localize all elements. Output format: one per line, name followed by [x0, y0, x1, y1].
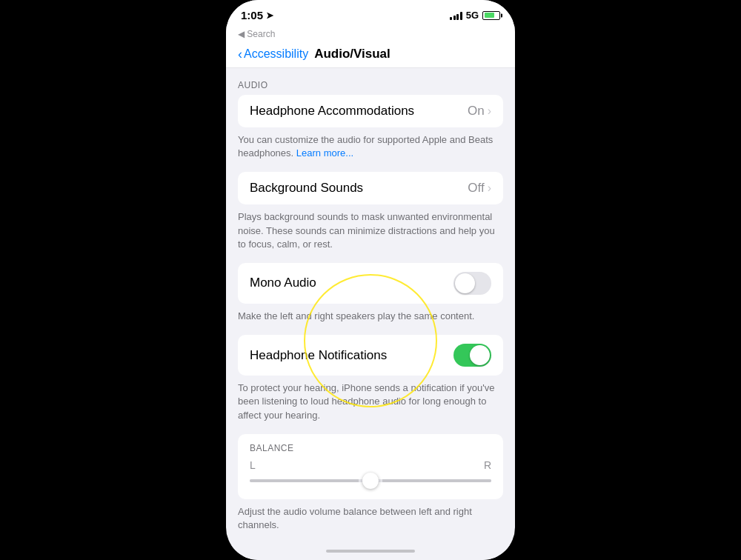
signal-bars [450, 11, 462, 20]
home-indicator [226, 545, 515, 560]
headphone-accommodations-chevron: › [488, 104, 491, 118]
headphone-desc-text: You can customize the audio for supporte… [238, 134, 493, 159]
background-desc-text: Plays background sounds to mask unwanted… [238, 211, 495, 249]
headphone-notifications-card: Headphone Notifications [238, 335, 503, 376]
time-display: 1:05 [241, 9, 263, 21]
balance-slider[interactable] [250, 474, 491, 490]
background-sounds-row[interactable]: Background Sounds Off › [238, 172, 503, 204]
battery-container [482, 11, 500, 20]
mono-audio-label: Mono Audio [250, 276, 453, 290]
status-bar: 1:05 ➤ 5G [226, 0, 515, 27]
battery-fill [485, 13, 494, 18]
status-time: 1:05 ➤ [241, 9, 273, 21]
headphone-notif-desc-text: To protect your hearing, iPhone sends a … [238, 382, 494, 420]
headphone-accommodations-desc: You can customize the audio for supporte… [226, 127, 515, 172]
balance-left-label: L [250, 459, 256, 471]
background-sounds-value: Off [468, 181, 484, 196]
headphone-notifications-row[interactable]: Headphone Notifications [238, 335, 503, 376]
headphone-accommodations-value: On [468, 104, 485, 119]
search-hint-text: ◀ Search [238, 29, 275, 39]
mono-audio-toggle-thumb [455, 273, 475, 293]
back-chevron-icon: ‹ [238, 47, 242, 61]
mono-audio-desc: Make the left and right speakers play th… [226, 304, 515, 335]
balance-section: BALANCE L R [238, 434, 503, 499]
signal-bar-1 [450, 17, 452, 20]
audio-card: Headphone Accommodations On › [238, 95, 503, 127]
signal-bar-2 [453, 16, 456, 20]
content-scroll[interactable]: AUDIO Headphone Accommodations On › You … [226, 68, 515, 545]
signal-bar-4 [460, 12, 462, 20]
background-sounds-label: Background Sounds [250, 181, 468, 196]
balance-side-labels: L R [250, 459, 491, 471]
phone-frame: 1:05 ➤ 5G ◀ Search ‹ Accessibility [226, 0, 515, 560]
battery-icon [482, 11, 500, 20]
balance-thumb [362, 473, 379, 489]
network-type: 5G [466, 10, 479, 21]
balance-fill-left [250, 479, 359, 482]
headphone-notifications-toggle-thumb [470, 345, 490, 365]
balance-card: BALANCE L R [238, 434, 503, 499]
nav-bar: ‹ Accessibility Audio/Visual [226, 44, 515, 68]
background-sounds-desc: Plays background sounds to mask unwanted… [226, 204, 515, 263]
home-bar [326, 550, 415, 553]
audio-section-label: AUDIO [226, 80, 515, 95]
balance-label: BALANCE [250, 443, 491, 453]
status-icons: 5G [450, 10, 500, 21]
background-sounds-chevron: › [488, 181, 491, 195]
mono-desc-text: Make the left and right speakers play th… [238, 310, 474, 321]
back-button[interactable]: ‹ Accessibility [238, 47, 308, 61]
signal-bar-3 [456, 14, 459, 20]
balance-desc: Adjust the audio volume balance between … [226, 499, 515, 544]
location-icon: ➤ [266, 10, 273, 21]
balance-desc-text: Adjust the audio volume balance between … [238, 506, 472, 530]
headphone-notifications-label: Headphone Notifications [250, 348, 453, 363]
headphone-accommodations-label: Headphone Accommodations [250, 104, 468, 119]
search-hint[interactable]: ◀ Search [226, 27, 515, 44]
back-label: Accessibility [244, 47, 308, 61]
headphone-notifications-desc: To protect your hearing, iPhone sends a … [226, 376, 515, 434]
balance-right-label: R [484, 459, 491, 471]
background-sounds-card: Background Sounds Off › [238, 172, 503, 204]
mono-audio-row[interactable]: Mono Audio [238, 263, 503, 304]
mono-audio-toggle[interactable] [453, 272, 491, 295]
headphone-notifications-toggle[interactable] [453, 344, 491, 367]
headphone-accommodations-row[interactable]: Headphone Accommodations On › [238, 95, 503, 127]
learn-more-link[interactable]: Learn more... [296, 147, 353, 159]
mono-audio-card: Mono Audio [238, 263, 503, 304]
balance-track [250, 479, 491, 482]
balance-fill-right [382, 479, 491, 482]
page-title: Audio/Visual [314, 47, 391, 61]
